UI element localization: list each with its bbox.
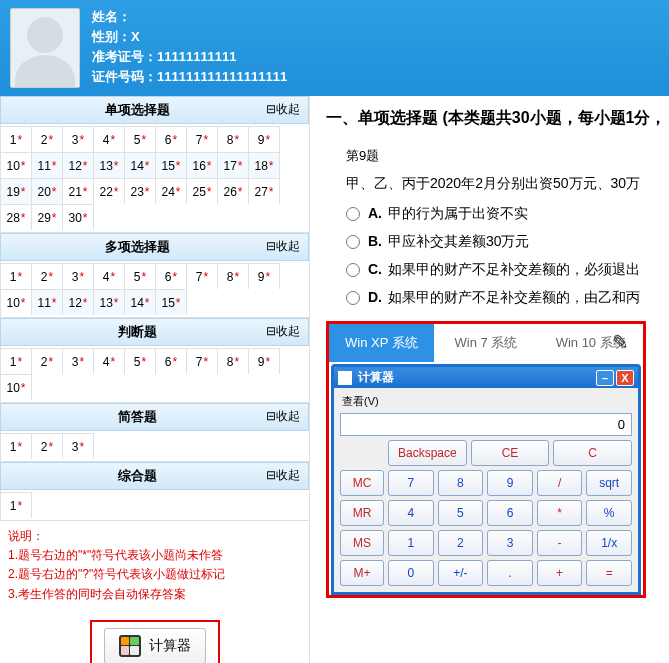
question-cell[interactable]: 8*	[218, 348, 249, 374]
question-cell[interactable]: 15*	[156, 152, 187, 178]
question-cell[interactable]: 11*	[32, 289, 63, 315]
key-mc[interactable]: MC	[340, 470, 384, 496]
question-cell[interactable]: 2*	[32, 348, 63, 374]
key-4[interactable]: 4	[388, 500, 434, 526]
question-cell[interactable]: 15*	[156, 289, 187, 315]
question-cell[interactable]: 9*	[249, 348, 280, 374]
question-cell[interactable]: 2*	[32, 263, 63, 289]
collapse-toggle[interactable]: ⊟收起	[266, 408, 300, 426]
question-cell[interactable]: 7*	[187, 263, 218, 289]
minimize-button[interactable]: –	[596, 370, 614, 386]
question-cell[interactable]: 13*	[94, 289, 125, 315]
question-cell[interactable]: 22*	[94, 178, 125, 204]
key-plusminus[interactable]: +/-	[438, 560, 484, 586]
key-8[interactable]: 8	[438, 470, 484, 496]
key-c[interactable]: C	[553, 440, 632, 466]
question-cell[interactable]: 1*	[1, 126, 32, 152]
question-cell[interactable]: 1*	[1, 433, 32, 459]
question-cell[interactable]: 10*	[1, 152, 32, 178]
radio-b[interactable]	[346, 235, 360, 249]
question-cell[interactable]: 5*	[125, 348, 156, 374]
question-cell[interactable]: 27*	[249, 178, 280, 204]
question-cell[interactable]: 26*	[218, 178, 249, 204]
question-cell[interactable]: 4*	[94, 263, 125, 289]
question-cell[interactable]: 6*	[156, 348, 187, 374]
radio-d[interactable]	[346, 291, 360, 305]
question-cell[interactable]: 7*	[187, 348, 218, 374]
option-b[interactable]: B. 甲应补交其差额30万元	[346, 233, 669, 251]
question-cell[interactable]: 2*	[32, 433, 63, 459]
question-cell[interactable]: 3*	[63, 348, 94, 374]
question-cell[interactable]: 14*	[125, 289, 156, 315]
option-d[interactable]: D. 如果甲的财产不足补交差额的，由乙和丙	[346, 289, 669, 307]
question-cell[interactable]: 18*	[249, 152, 280, 178]
question-cell[interactable]: 10*	[1, 374, 32, 400]
key-multiply[interactable]: *	[537, 500, 583, 526]
question-cell[interactable]: 23*	[125, 178, 156, 204]
question-cell[interactable]: 3*	[63, 126, 94, 152]
xp-menu-view[interactable]: 查看(V)	[340, 392, 632, 413]
question-cell[interactable]: 28*	[1, 204, 32, 230]
radio-a[interactable]	[346, 207, 360, 221]
question-cell[interactable]: 3*	[63, 263, 94, 289]
key-3[interactable]: 3	[487, 530, 533, 556]
collapse-toggle[interactable]: ⊟收起	[266, 323, 300, 341]
question-cell[interactable]: 8*	[218, 126, 249, 152]
option-c[interactable]: C. 如果甲的财产不足补交差额的，必须退出	[346, 261, 669, 279]
key-1[interactable]: 1	[388, 530, 434, 556]
key-reciprocal[interactable]: 1/x	[586, 530, 632, 556]
calculator-button[interactable]: 计算器	[104, 628, 206, 663]
question-cell[interactable]: 2*	[32, 126, 63, 152]
radio-c[interactable]	[346, 263, 360, 277]
option-a[interactable]: A. 甲的行为属于出资不实	[346, 205, 669, 223]
key-0[interactable]: 0	[388, 560, 434, 586]
question-cell[interactable]: 10*	[1, 289, 32, 315]
question-cell[interactable]: 17*	[218, 152, 249, 178]
key-subtract[interactable]: -	[537, 530, 583, 556]
question-cell[interactable]: 5*	[125, 263, 156, 289]
question-cell[interactable]: 29*	[32, 204, 63, 230]
question-cell[interactable]: 1*	[1, 492, 32, 518]
key-mr[interactable]: MR	[340, 500, 384, 526]
key-add[interactable]: +	[537, 560, 583, 586]
key-7[interactable]: 7	[388, 470, 434, 496]
question-cell[interactable]: 6*	[156, 263, 187, 289]
key-backspace[interactable]: Backspace	[388, 440, 467, 466]
key-5[interactable]: 5	[438, 500, 484, 526]
question-cell[interactable]: 3*	[63, 433, 94, 459]
tab-win7[interactable]: Win 7 系统	[434, 324, 539, 362]
question-cell[interactable]: 4*	[94, 126, 125, 152]
key-2[interactable]: 2	[438, 530, 484, 556]
question-cell[interactable]: 13*	[94, 152, 125, 178]
question-cell[interactable]: 1*	[1, 263, 32, 289]
question-cell[interactable]: 6*	[156, 126, 187, 152]
key-9[interactable]: 9	[487, 470, 533, 496]
question-cell[interactable]: 20*	[32, 178, 63, 204]
key-sqrt[interactable]: sqrt	[586, 470, 632, 496]
key-6[interactable]: 6	[487, 500, 533, 526]
question-cell[interactable]: 19*	[1, 178, 32, 204]
question-cell[interactable]: 9*	[249, 263, 280, 289]
key-divide[interactable]: /	[537, 470, 583, 496]
question-cell[interactable]: 8*	[218, 263, 249, 289]
question-cell[interactable]: 12*	[63, 289, 94, 315]
question-cell[interactable]: 14*	[125, 152, 156, 178]
collapse-toggle[interactable]: ⊟收起	[266, 467, 300, 485]
question-cell[interactable]: 11*	[32, 152, 63, 178]
key-ce[interactable]: CE	[471, 440, 550, 466]
question-cell[interactable]: 9*	[249, 126, 280, 152]
question-cell[interactable]: 21*	[63, 178, 94, 204]
key-equals[interactable]: =	[586, 560, 632, 586]
question-cell[interactable]: 30*	[63, 204, 94, 230]
question-cell[interactable]: 4*	[94, 348, 125, 374]
key-ms[interactable]: MS	[340, 530, 384, 556]
question-cell[interactable]: 7*	[187, 126, 218, 152]
key-dot[interactable]: .	[487, 560, 533, 586]
collapse-toggle[interactable]: ⊟收起	[266, 238, 300, 256]
collapse-toggle[interactable]: ⊟收起	[266, 101, 300, 119]
question-cell[interactable]: 5*	[125, 126, 156, 152]
xp-titlebar[interactable]: 计算器 – X	[334, 367, 638, 388]
question-cell[interactable]: 12*	[63, 152, 94, 178]
question-cell[interactable]: 24*	[156, 178, 187, 204]
close-button[interactable]: X	[616, 370, 634, 386]
